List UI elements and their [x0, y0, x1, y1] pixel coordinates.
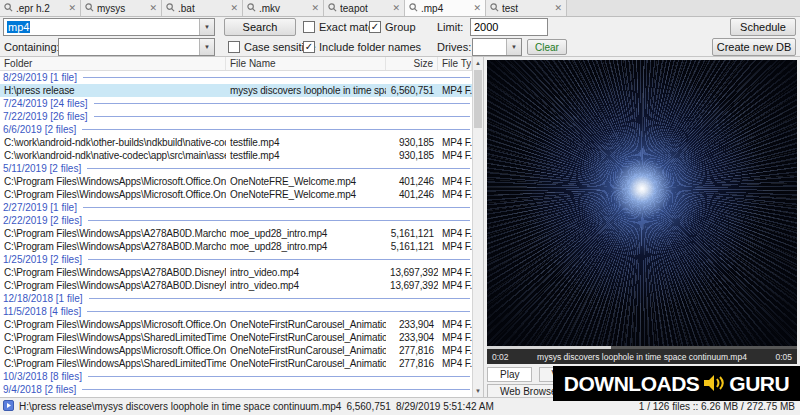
search-input[interactable]: mp4 ▼ — [3, 18, 215, 36]
chevron-down-icon[interactable]: ▼ — [199, 19, 214, 35]
file-row[interactable]: H:\press release mysys discovers loophol… — [0, 84, 472, 97]
search-tab[interactable]: mysys ✕ — [81, 0, 162, 16]
date-group-row[interactable]: 6/6/2019 [2 files] — [0, 123, 472, 136]
chevron-down-icon[interactable]: ▼ — [199, 39, 214, 55]
date-group-row[interactable]: 8/29/2019 [1 file] — [0, 71, 472, 84]
file-list-body: 8/29/2019 [1 file] H:\press release mysy… — [0, 71, 472, 397]
tab-close-icon[interactable]: ✕ — [554, 4, 562, 13]
clear-button[interactable]: Clear — [527, 39, 567, 55]
date-group-row[interactable]: 10/3/2018 [8 files] — [0, 370, 472, 383]
containing-input[interactable]: ▼ — [58, 38, 215, 56]
tab-close-icon[interactable]: ✕ — [68, 4, 76, 13]
create-new-db-button[interactable]: Create new DB — [712, 38, 796, 56]
cell-folder: C:\work\android-ndk\other-builds\ndkbuil… — [0, 136, 226, 149]
schedule-button[interactable]: Schedule — [730, 18, 796, 36]
file-row[interactable]: C:\Program Files\WindowsApps\Microsoft.O… — [0, 318, 472, 331]
search-tab[interactable]: .epr h.2 ✕ — [0, 0, 81, 16]
date-group-row[interactable]: 12/18/2018 [1 file] — [0, 292, 472, 305]
date-group-row[interactable]: 2/22/2019 [2 files] — [0, 214, 472, 227]
file-row[interactable]: C:\Program Files\WindowsApps\Microsoft.O… — [0, 175, 472, 188]
group-divider-line — [82, 129, 470, 130]
search-tab[interactable]: .bat ✕ — [162, 0, 243, 16]
date-group-row[interactable]: 9/4/2018 [2 files] — [0, 383, 472, 396]
group-label: 2/22/2019 [2 files] — [3, 215, 82, 226]
cell-filename: intro_video.mp4 — [226, 279, 386, 292]
group-label: 8/29/2019 [1 file] — [3, 72, 77, 83]
tab-play[interactable]: Play — [487, 367, 532, 382]
search-tab[interactable]: test ✕ — [486, 0, 567, 16]
limit-input[interactable] — [470, 18, 548, 36]
group-label: 7/22/2019 [26 files] — [3, 111, 88, 122]
column-header-size[interactable]: Size — [386, 57, 438, 70]
file-row[interactable]: C:\Program Files\WindowsApps\A278AB0D.Di… — [0, 266, 472, 279]
cell-filetype: MP4 F... — [438, 240, 472, 253]
cell-size: 13,697,392 — [386, 279, 438, 292]
checkbox-box[interactable] — [228, 41, 240, 53]
downloads-guru-watermark: DOWNLOADS GURU — [553, 366, 800, 401]
scroll-down-icon[interactable]: ▼ — [473, 385, 483, 397]
tab-close-icon[interactable]: ✕ — [311, 4, 319, 13]
date-group-row[interactable]: 5/11/2019 [2 files] — [0, 162, 472, 175]
include-folder-names-checkbox[interactable]: Include folder names — [303, 37, 421, 57]
file-row[interactable]: C:\work\android-ndk\other-builds\ndkbuil… — [0, 136, 472, 149]
file-row[interactable]: C:\Program Files\WindowsApps\Microsoft.O… — [0, 344, 472, 357]
group-checkbox[interactable]: Group — [369, 17, 416, 37]
file-row[interactable]: C:\Program Files\WindowsApps\SharedLimit… — [0, 357, 472, 370]
app-window: .epr h.2 ✕ mysys ✕ .bat ✕ .mkv ✕ teapot … — [0, 0, 800, 415]
file-row[interactable]: C:\Program Files\WindowsApps\Microsoft.O… — [0, 188, 472, 201]
group-divider-line — [94, 116, 470, 117]
status-selected-file: H:\press release\mysys discovers loophol… — [0, 400, 639, 413]
date-group-row[interactable]: 11/5/2018 [4 files] — [0, 305, 472, 318]
date-group-row[interactable]: 7/22/2019 [26 files] — [0, 110, 472, 123]
file-row[interactable]: C:\Program Files\WindowsApps\A278AB0D.Di… — [0, 279, 472, 292]
column-header-filetype[interactable]: File Ty — [438, 57, 472, 70]
checkbox-box[interactable] — [369, 21, 381, 33]
video-file-icon — [3, 400, 14, 413]
tab-close-icon[interactable]: ✕ — [392, 4, 400, 13]
file-row[interactable]: C:\Program Files\WindowsApps\A278AB0D.Ma… — [0, 240, 472, 253]
cell-filetype: MP4 F... — [438, 227, 472, 240]
tab-label: .mkv — [259, 3, 308, 14]
date-group-row[interactable]: 1/25/2019 [2 files] — [0, 253, 472, 266]
list-scrollbar[interactable]: ▲ ▼ — [472, 57, 484, 397]
date-group-row[interactable]: 2/27/2019 [1 file] — [0, 201, 472, 214]
tab-label: .epr h.2 — [16, 3, 65, 14]
search-button[interactable]: Search — [224, 18, 296, 36]
file-row[interactable]: C:\Program Files\WindowsApps\A278AB0D.Ma… — [0, 227, 472, 240]
column-header-folder[interactable]: Folder — [0, 57, 226, 70]
video-controls: 0:02 mysys discovers loophole in time sp… — [487, 346, 797, 364]
cell-size: 930,185 — [386, 149, 438, 162]
tab-bar: .epr h.2 ✕ mysys ✕ .bat ✕ .mkv ✕ teapot … — [0, 0, 800, 17]
group-divider-line — [83, 207, 470, 208]
cell-filetype: MP4 F... — [438, 266, 472, 279]
search-tab[interactable]: .mp4 ✕ — [405, 0, 486, 16]
file-row[interactable]: C:\work\android-ndk\native-codec\app\src… — [0, 149, 472, 162]
group-divider-line — [88, 259, 470, 260]
chevron-down-icon[interactable]: ▼ — [506, 39, 521, 55]
tab-close-icon[interactable]: ✕ — [149, 4, 157, 13]
tab-close-icon[interactable]: ✕ — [230, 4, 238, 13]
search-tab[interactable]: teapot ✕ — [324, 0, 405, 16]
group-label: 6/6/2019 [2 files] — [3, 124, 76, 135]
date-group-row[interactable]: 7/24/2019 [24 files] — [0, 97, 472, 110]
tab-label: .mp4 — [421, 3, 470, 14]
cell-folder: C:\Program Files\WindowsApps\SharedLimit… — [0, 331, 226, 344]
group-label: 5/11/2019 [2 files] — [3, 163, 81, 174]
group-label: 11/5/2018 [4 files] — [3, 306, 81, 317]
search-tab[interactable]: .mkv ✕ — [243, 0, 324, 16]
tab-close-icon[interactable]: ✕ — [473, 4, 481, 13]
cell-filetype: MP4 F... — [438, 318, 472, 331]
scroll-up-icon[interactable]: ▲ — [473, 57, 483, 69]
group-divider-line — [82, 389, 470, 390]
checkbox-box[interactable] — [303, 21, 315, 33]
drives-select[interactable]: ▼ — [472, 38, 522, 56]
file-row[interactable]: C:\Program Files\WindowsApps\SharedLimit… — [0, 331, 472, 344]
column-header-filename[interactable]: File Name — [226, 57, 386, 70]
video-preview[interactable] — [487, 60, 797, 346]
cell-filename: OneNoteFRE_Welcome.mp4 — [226, 175, 386, 188]
group-label: 10/3/2018 [8 files] — [3, 371, 82, 382]
checkbox-box[interactable] — [303, 41, 315, 53]
cell-filename: OneNoteFRE_Welcome.mp4 — [226, 188, 386, 201]
scrollbar-thumb[interactable] — [474, 70, 482, 128]
drives-label: Drives: — [437, 37, 471, 57]
